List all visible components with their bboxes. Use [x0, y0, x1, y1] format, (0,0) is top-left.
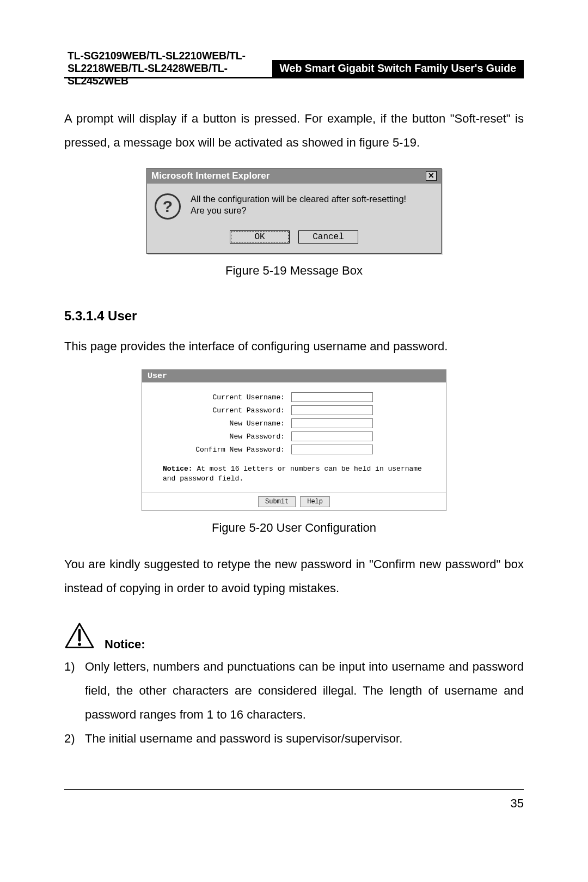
- figure-caption-1: Figure 5-19 Message Box: [64, 264, 524, 278]
- notice-heading-row: Notice:: [64, 622, 524, 652]
- notice-list: 1) Only letters, numbers and punctuation…: [64, 655, 524, 751]
- new-username-field[interactable]: [291, 418, 373, 428]
- user-panel-title: User: [142, 370, 446, 382]
- user-notice-label: Notice:: [163, 465, 193, 473]
- current-password-field[interactable]: [291, 405, 373, 415]
- doc-header-models: TL-SG2109WEB/TL-SL2210WEB/TL-SL2218WEB/T…: [64, 60, 272, 77]
- question-icon: ?: [155, 193, 181, 220]
- label-current-password: Current Password:: [150, 406, 291, 415]
- list-item: 2) The initial username and password is …: [64, 727, 524, 751]
- cancel-button[interactable]: Cancel: [298, 230, 358, 244]
- current-username-field[interactable]: [291, 392, 373, 402]
- messagebox-line1: All the configuration will be cleared af…: [191, 193, 406, 205]
- intro-paragraph: A prompt will display if a button is pre…: [64, 107, 524, 155]
- page-number: 35: [511, 796, 524, 810]
- label-current-username: Current Username:: [150, 393, 291, 402]
- figure-user-config: User Current Username: Current Password:…: [64, 369, 524, 511]
- messagebox-dialog: Microsoft Internet Explorer ✕ ? All the …: [146, 168, 442, 254]
- confirm-paragraph: You are kindly suggested to retype the n…: [64, 552, 524, 600]
- list-text: The initial username and password is sup…: [85, 727, 524, 751]
- doc-header: TL-SG2109WEB/TL-SL2210WEB/TL-SL2218WEB/T…: [64, 60, 524, 78]
- label-confirm-password: Confirm New Password:: [150, 446, 291, 454]
- figure-caption-2: Figure 5-20 User Configuration: [64, 521, 524, 535]
- user-notice-text: At most 16 letters or numbers can be hel…: [163, 465, 422, 483]
- page-footer: 35: [64, 789, 524, 811]
- list-number: 2): [64, 727, 85, 751]
- help-button[interactable]: Help: [300, 496, 330, 507]
- ok-button[interactable]: OK: [230, 230, 290, 244]
- messagebox-title-text: Microsoft Internet Explorer: [151, 171, 270, 181]
- label-new-password: New Password:: [150, 433, 291, 441]
- list-item: 1) Only letters, numbers and punctuation…: [64, 655, 524, 727]
- list-text: Only letters, numbers and punctuations c…: [85, 655, 524, 727]
- user-intro-paragraph: This page provides the interface of conf…: [64, 334, 524, 358]
- messagebox-message: All the configuration will be cleared af…: [191, 193, 406, 217]
- new-password-field[interactable]: [291, 431, 373, 441]
- list-number: 1): [64, 655, 85, 727]
- user-panel: User Current Username: Current Password:…: [142, 369, 446, 511]
- messagebox-line2: Are you sure?: [191, 205, 406, 216]
- close-icon[interactable]: ✕: [426, 171, 437, 181]
- figure-messagebox: Microsoft Internet Explorer ✕ ? All the …: [64, 168, 524, 254]
- label-new-username: New Username:: [150, 419, 291, 428]
- confirm-password-field[interactable]: [291, 445, 373, 454]
- doc-header-guide: Web Smart Gigabit Switch Family User's G…: [272, 60, 524, 77]
- section-heading-user: 5.3.1.4 User: [64, 308, 524, 324]
- warning-icon: [64, 622, 95, 652]
- notice-heading-text: Notice:: [105, 637, 145, 652]
- svg-point-2: [78, 643, 81, 646]
- submit-button[interactable]: Submit: [258, 496, 296, 507]
- messagebox-titlebar: Microsoft Internet Explorer ✕: [147, 168, 441, 184]
- user-panel-notice: Notice: At most 16 letters or numbers ca…: [150, 458, 438, 488]
